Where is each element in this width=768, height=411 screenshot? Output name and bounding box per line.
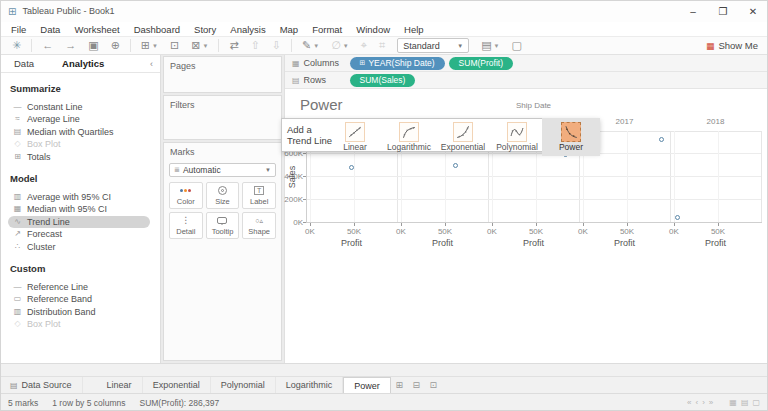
save-icon[interactable]: ▣	[82, 40, 104, 51]
duplicate-sheet-icon[interactable]: ⊡	[164, 40, 185, 51]
pages-shelf[interactable]: Pages	[163, 56, 282, 93]
view-mode-icon-1[interactable]: ▤	[741, 398, 749, 407]
marks-size-button[interactable]: Size	[206, 182, 240, 209]
menu-help[interactable]: Help	[397, 24, 431, 35]
sheet-tab-power[interactable]: Power	[343, 377, 391, 393]
pill-sum-sales[interactable]: SUM(Sales)	[350, 74, 416, 87]
analytics-item-reference-band[interactable]: ▭Reference Band	[8, 293, 150, 305]
new-worksheet-icon[interactable]: ⊞▼	[135, 40, 164, 51]
scatter-point-2017[interactable]	[659, 137, 664, 142]
menu-window[interactable]: Window	[349, 24, 397, 35]
trend-option-polynomial[interactable]: Polynomial	[490, 119, 544, 151]
close-button[interactable]: ✕	[738, 0, 768, 22]
menu-worksheet[interactable]: Worksheet	[67, 24, 126, 35]
pill-sum-profit[interactable]: SUM(Profit)	[449, 57, 513, 70]
scatter-point-2014[interactable]	[349, 165, 354, 170]
marks-color-button[interactable]: Color	[169, 182, 203, 209]
sort-ascending-icon: ⇧	[251, 40, 260, 51]
menu-data[interactable]: Data	[33, 24, 67, 35]
x-axis-title: Profit	[670, 238, 761, 248]
marks-button-label: Shape	[248, 227, 270, 236]
reference-band-icon: ▭	[11, 293, 24, 305]
record-nav-icon-0[interactable]: «	[687, 398, 691, 407]
new-story-tab-icon[interactable]: ⊡	[425, 377, 442, 393]
back-arrow-icon[interactable]: ←	[36, 40, 59, 51]
trend-option-label: Logarithmic	[387, 142, 431, 152]
horizontal-scrollbar[interactable]	[0, 363, 768, 376]
trend-option-label: Polynomial	[496, 142, 538, 152]
analytics-item-box-plot: ◇Box Plot	[8, 138, 150, 150]
menu-analysis[interactable]: Analysis	[223, 24, 272, 35]
highlight-icon[interactable]: ✎▼	[296, 40, 325, 51]
sheet-tab-exponential[interactable]: Exponential	[143, 377, 211, 393]
analytics-item-reference-line[interactable]: —Reference Line	[8, 281, 150, 293]
presentation-mode-icon[interactable]: ▢	[506, 40, 528, 51]
analytics-item-average-line[interactable]: ≈Average Line	[8, 113, 150, 125]
record-nav-icon-1[interactable]: ‹	[696, 398, 699, 407]
forward-arrow-icon[interactable]: →	[59, 40, 82, 51]
record-nav-icon-3[interactable]: »	[709, 398, 713, 407]
y-tick-label: 400K	[269, 172, 303, 181]
trend-option-power[interactable]: Power	[544, 119, 598, 151]
new-dashboard-tab-icon[interactable]: ⊟	[408, 377, 425, 393]
group-members-icon: ∅▼	[325, 40, 355, 51]
share-icon: ▤	[481, 40, 491, 51]
view-mode-icon-2[interactable]: ▢	[752, 398, 760, 407]
grid-size: 1 row by 5 columns	[52, 398, 125, 408]
analytics-item-distribution-band[interactable]: ▥Distribution Band	[8, 306, 150, 318]
analytics-item-forecast[interactable]: ↗Forecast	[8, 228, 150, 240]
minimize-button[interactable]: –	[678, 0, 708, 22]
trend-option-linear[interactable]: Linear	[328, 119, 382, 151]
new-worksheet-tab-icon[interactable]: ⊞	[391, 377, 408, 393]
swap-rows-columns-icon[interactable]: ⇄	[223, 40, 244, 51]
view-mode-icon-0[interactable]: ▦	[729, 398, 737, 407]
columns-shelf-icon: ▦	[292, 59, 300, 68]
show-me-button[interactable]: ▦ Show Me	[706, 40, 758, 51]
menu-dashboard[interactable]: Dashboard	[127, 24, 187, 35]
analytics-item-cluster[interactable]: ∴Cluster	[8, 241, 150, 253]
show-mark-labels-icon: ⌖	[361, 40, 367, 51]
filters-shelf[interactable]: Filters	[163, 95, 282, 140]
collapse-pane-icon[interactable]: ‹	[150, 59, 153, 69]
sheet-tab-logarithmic[interactable]: Logarithmic	[276, 377, 344, 393]
add-data-source-icon[interactable]: ⊕	[105, 40, 126, 51]
x-tick-mark	[310, 223, 311, 226]
analytics-item-constant-line[interactable]: —Constant Line	[8, 101, 150, 113]
sheet-tab-data-source[interactable]: ▤Data Source	[0, 377, 83, 393]
record-nav-icon-2[interactable]: ›	[702, 398, 705, 407]
trend-option-exponential[interactable]: Exponential	[436, 119, 490, 151]
rows-shelf[interactable]: ▤ Rows SUM(Sales)	[285, 72, 768, 89]
mark-type-dropdown[interactable]: ≣ Automatic ▼	[169, 163, 276, 177]
fit-dropdown[interactable]: Standard ▼	[397, 38, 469, 53]
menu-format[interactable]: Format	[305, 24, 349, 35]
marks-card-title: Marks	[164, 143, 281, 157]
tableau-logo-icon[interactable]: ✳	[6, 40, 27, 51]
menu-story[interactable]: Story	[187, 24, 223, 35]
scatter-point-2015[interactable]	[453, 163, 458, 168]
menu-file[interactable]: File	[4, 24, 33, 35]
analytics-item-trend-line[interactable]: ∿Trend Line	[8, 216, 150, 228]
tab-analytics[interactable]: Analytics	[48, 58, 118, 69]
analytics-item-median-with-quartiles[interactable]: ▤Median with Quartiles	[8, 126, 150, 138]
scatter-point-2018[interactable]	[675, 215, 680, 220]
tab-data[interactable]: Data	[0, 58, 48, 69]
clear-sheet-icon[interactable]: ⊠▼	[185, 40, 214, 51]
analytics-item-totals[interactable]: ⊞Totals	[8, 151, 150, 163]
columns-shelf[interactable]: ▦ Columns ⊞YEAR(Ship Date)SUM(Profit)	[285, 55, 768, 72]
trend-option-logarithmic[interactable]: Logarithmic	[382, 119, 436, 151]
date-field-icon: ⊞	[360, 59, 366, 67]
sheet-tab-linear[interactable]: Linear	[97, 377, 143, 393]
tableau-logo-icon: ✳	[12, 40, 21, 51]
menu-map[interactable]: Map	[273, 24, 305, 35]
share-icon[interactable]: ▤▼	[475, 40, 505, 51]
shelves: ▦ Columns ⊞YEAR(Ship Date)SUM(Profit) ▤ …	[285, 55, 768, 90]
pill-year-ship-date[interactable]: ⊞YEAR(Ship Date)	[350, 57, 445, 70]
marks-tooltip-button[interactable]: Tooltip	[206, 212, 240, 239]
cards-column: Pages Filters Marks ≣ Automatic ▼ ColorS…	[161, 55, 285, 363]
marks-detail-button[interactable]: ⋮Detail	[169, 212, 203, 239]
analytics-item-median-with-95-ci[interactable]: ▦Median with 95% CI	[8, 203, 150, 215]
x-tick-label: 50K	[617, 227, 637, 236]
sheet-tab-polynomial[interactable]: Polynomial	[211, 377, 276, 393]
analytics-item-average-with-95-ci[interactable]: ▥Average with 95% CI	[8, 191, 150, 203]
maximize-button[interactable]: ❐	[708, 0, 738, 22]
